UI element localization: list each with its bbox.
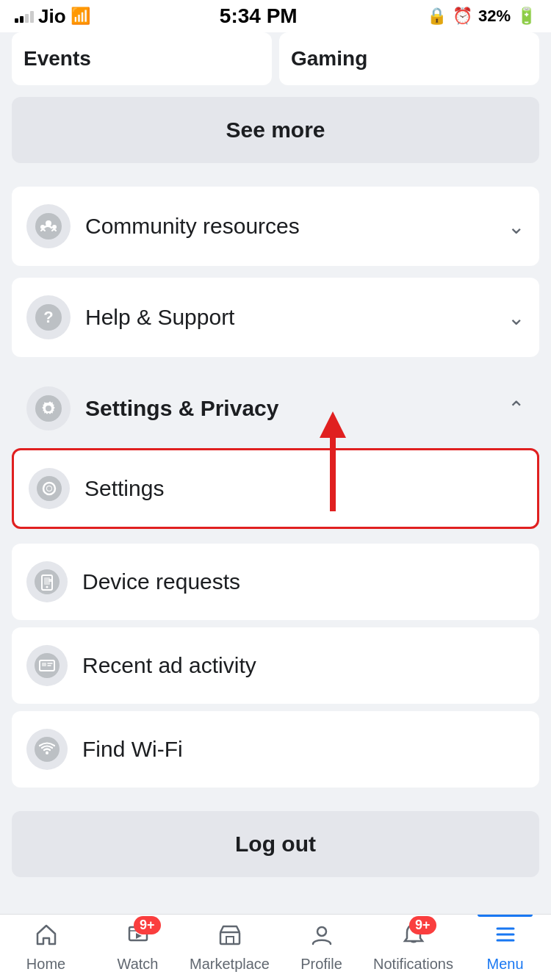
help-support-row[interactable]: ? Help & Support ⌄ [12, 278, 539, 357]
menu-nav-label: Menu [486, 956, 523, 973]
status-right: 🔒 ⏰ 32% 🔋 [427, 7, 536, 26]
recent-ad-activity-sub-item[interactable]: Recent ad activity [12, 627, 539, 704]
gaming-label: Gaming [291, 47, 367, 70]
svg-point-15 [46, 586, 48, 588]
svg-point-20 [46, 752, 48, 754]
menu-icon [493, 922, 518, 953]
profile-icon [309, 922, 334, 953]
community-chevron-icon: ⌄ [508, 215, 525, 239]
see-more-button[interactable]: See more [12, 97, 539, 163]
svg-point-11 [47, 486, 51, 491]
notifications-nav-label: Notifications [373, 956, 453, 973]
svg-rect-23 [220, 932, 240, 944]
nav-item-watch[interactable]: 9+ Watch [92, 915, 184, 980]
device-requests-icon [26, 561, 68, 602]
top-grid: Events Gaming [0, 32, 551, 97]
recent-ad-activity-label: Recent ad activity [82, 653, 256, 678]
community-icon [26, 204, 71, 248]
alarm-icon: ⏰ [453, 7, 472, 26]
lock-icon: 🔒 [427, 7, 447, 26]
find-wifi-icon [26, 729, 68, 770]
recent-ad-icon [26, 645, 68, 686]
gaming-item[interactable]: Gaming [279, 32, 539, 85]
settings-privacy-header[interactable]: Settings & Privacy ⌃ [12, 369, 539, 448]
community-resources-left: Community resources [26, 204, 300, 248]
carrier-label: Jio [38, 5, 66, 28]
nav-item-marketplace[interactable]: Marketplace [184, 915, 276, 980]
nav-item-menu[interactable]: Menu [459, 915, 551, 980]
help-support-section: ? Help & Support ⌄ [0, 278, 551, 357]
svg-point-3 [52, 225, 57, 229]
watch-badge: 9+ [134, 916, 161, 934]
device-requests-sub-item[interactable]: Device requests [12, 544, 539, 620]
nav-item-profile[interactable]: Profile [276, 915, 367, 980]
find-wifi-label: Find Wi-Fi [82, 737, 183, 762]
status-bar: Jio 📶 5:34 PM 🔒 ⏰ 32% 🔋 [0, 0, 551, 32]
divider-2 [0, 266, 551, 278]
svg-point-1 [46, 220, 51, 226]
logout-button[interactable]: Log out [12, 811, 539, 877]
svg-point-16 [35, 653, 60, 678]
svg-point-2 [40, 225, 45, 229]
signal-icon [15, 10, 34, 23]
events-label: Events [24, 47, 91, 70]
community-resources-row[interactable]: Community resources ⌄ [12, 187, 539, 266]
active-indicator [478, 915, 533, 917]
device-requests-label: Device requests [82, 569, 240, 594]
battery-icon: 🔋 [516, 7, 536, 26]
help-support-label: Help & Support [85, 305, 234, 330]
bottom-nav: Home 9+ Watch Marketplace [0, 914, 551, 980]
divider-3 [0, 357, 551, 369]
svg-point-7 [46, 406, 51, 411]
logout-section: Log out [0, 799, 551, 889]
help-icon: ? [26, 295, 71, 339]
community-resources-label: Community resources [85, 214, 300, 239]
marketplace-icon [217, 922, 242, 953]
find-wifi-sub-item[interactable]: Find Wi-Fi [12, 711, 539, 788]
settings-privacy-chevron-icon: ⌃ [508, 397, 525, 421]
settings-privacy-label: Settings & Privacy [85, 396, 278, 421]
watch-nav-label: Watch [118, 956, 159, 973]
settings-sub-icon [29, 468, 70, 509]
svg-text:?: ? [43, 308, 53, 326]
help-support-left: ? Help & Support [26, 295, 234, 339]
marketplace-nav-label: Marketplace [190, 956, 270, 973]
svg-rect-18 [42, 663, 46, 666]
status-left: Jio 📶 [15, 5, 90, 28]
home-nav-label: Home [26, 956, 65, 973]
notifications-icon: 9+ [401, 922, 426, 953]
settings-label: Settings [84, 476, 164, 501]
wifi-icon: 📶 [71, 7, 90, 26]
events-item[interactable]: Events [12, 32, 272, 85]
home-icon [34, 922, 59, 953]
settings-privacy-sub-items: Settings Device requests [12, 448, 539, 788]
watch-icon: 9+ [126, 922, 151, 953]
battery-label: 32% [478, 7, 511, 26]
settings-privacy-icon [26, 386, 71, 430]
nav-item-notifications[interactable]: 9+ Notifications [367, 915, 459, 980]
settings-privacy-section: Settings & Privacy ⌃ Settings [0, 369, 551, 799]
settings-sub-item[interactable]: Settings [12, 448, 539, 529]
settings-privacy-header-left: Settings & Privacy [26, 386, 278, 430]
see-more-section: See more [0, 97, 551, 175]
help-chevron-icon: ⌄ [508, 306, 525, 330]
nav-item-home[interactable]: Home [0, 915, 92, 980]
divider-1 [0, 175, 551, 187]
profile-nav-label: Profile [300, 956, 342, 973]
svg-point-24 [317, 927, 326, 936]
time-display: 5:34 PM [220, 4, 298, 28]
community-resources-section: Community resources ⌄ [0, 187, 551, 266]
notifications-badge: 9+ [409, 916, 436, 934]
